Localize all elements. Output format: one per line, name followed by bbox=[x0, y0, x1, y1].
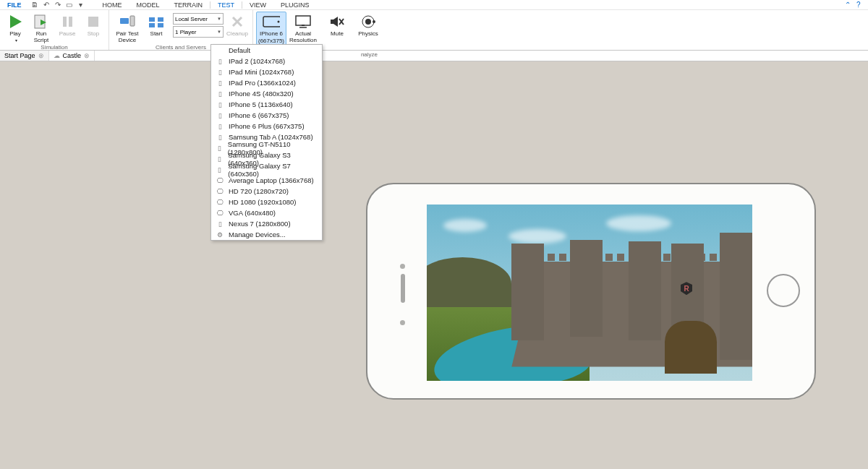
device-item-label: Samsung Galaxy S7 (640x360) bbox=[228, 162, 318, 178]
phone-speaker bbox=[401, 274, 405, 303]
file-menu[interactable]: FILE bbox=[1, 1, 27, 9]
device-item-samsung-s7[interactable]: ▯Samsung Galaxy S7 (640x360) bbox=[211, 164, 322, 175]
tab-terrain[interactable]: TERRAIN bbox=[167, 1, 210, 9]
server-combo-value: Local Server bbox=[175, 16, 208, 22]
device-item-ipad-pro[interactable]: ▯IPad Pro (1366x1024) bbox=[211, 77, 322, 88]
monitor-icon bbox=[294, 13, 312, 30]
tab-home[interactable]: HOME bbox=[95, 1, 129, 9]
svg-rect-7 bbox=[130, 16, 135, 26]
tablet-icon: ▯ bbox=[216, 58, 224, 65]
svg-point-22 bbox=[365, 19, 371, 25]
group-simulation-label: Simulation bbox=[3, 44, 106, 51]
device-item-iphone6plus[interactable]: ▯IPhone 6 Plus (667x375) bbox=[211, 121, 322, 132]
actual-resolution-label: Actual Resolution bbox=[289, 31, 317, 44]
device-item-label: IPad 2 (1024x768) bbox=[229, 57, 285, 65]
qat-select-icon[interactable]: ▭ bbox=[65, 1, 74, 9]
cleanup-label: Cleanup bbox=[226, 31, 248, 38]
players-combo[interactable]: 1 Player▼ bbox=[173, 26, 224, 38]
device-item-iphone6[interactable]: ▯IPhone 6 (667x375) bbox=[211, 110, 322, 121]
phone-icon: ▯ bbox=[216, 90, 224, 98]
device-item-manage[interactable]: ⚙Manage Devices... bbox=[211, 229, 322, 240]
close-tab-icon[interactable]: ⊗ bbox=[84, 52, 90, 59]
qat-new-icon[interactable]: 🗎 bbox=[30, 1, 39, 9]
device-item-iphone5[interactable]: ▯IPhone 5 (1136x640) bbox=[211, 99, 322, 110]
phone-icon: ▯ bbox=[216, 101, 224, 108]
pause-label: Pause bbox=[59, 31, 76, 38]
device-item-ipad2[interactable]: ▯IPad 2 (1024x768) bbox=[211, 56, 322, 66]
stop-button: Stop bbox=[81, 12, 106, 38]
device-item-nexus7[interactable]: ▯Nexus 7 (1280x800) bbox=[211, 218, 322, 229]
svg-point-15 bbox=[278, 21, 280, 23]
svg-rect-16 bbox=[296, 16, 310, 25]
doctab-castle[interactable]: ☁ Castle ⊗ bbox=[49, 51, 95, 61]
device-item-hd1080[interactable]: 🖵HD 1080 (1920x1080) bbox=[211, 197, 322, 207]
server-combo[interactable]: Local Server▼ bbox=[173, 13, 224, 25]
device-item-label: VGA (640x480) bbox=[229, 209, 276, 217]
scene-tower bbox=[511, 244, 544, 340]
ribbon: Play ▾ Run Script Pause Stop Simulation … bbox=[0, 10, 868, 51]
device-item-label: HD 1080 (1920x1080) bbox=[229, 198, 296, 206]
doctab-start-page[interactable]: Start Page ⊗ bbox=[0, 51, 49, 61]
stop-icon bbox=[85, 13, 102, 30]
play-button[interactable]: Play ▾ bbox=[3, 12, 27, 43]
mute-label: Mute bbox=[331, 31, 344, 38]
qat-undo-icon[interactable]: ↶ bbox=[42, 1, 51, 9]
device-item-default[interactable]: ▭Default bbox=[211, 45, 322, 56]
doctab-label: Castle bbox=[63, 52, 82, 59]
tab-test[interactable]: TEST bbox=[210, 1, 242, 9]
svg-rect-8 bbox=[149, 17, 155, 22]
svg-rect-10 bbox=[158, 17, 163, 22]
device-item-iphone4s[interactable]: ▯IPhone 4S (480x320) bbox=[211, 88, 322, 99]
mute-button[interactable]: Mute bbox=[325, 12, 349, 38]
run-script-label: Run Script bbox=[34, 31, 48, 44]
actual-resolution-button[interactable]: Actual Resolution ▾ bbox=[288, 12, 318, 49]
phone-sensor-dot bbox=[400, 320, 405, 325]
svg-marker-0 bbox=[10, 15, 22, 28]
start-button[interactable]: Start bbox=[144, 12, 169, 38]
device-item-label: IPhone 6 Plus (667x375) bbox=[229, 122, 305, 130]
pair-test-label: Pair Test Device bbox=[116, 31, 139, 44]
ribbon-tabs: HOME MODEL TERRAIN TEST VIEW PLUGINS bbox=[95, 1, 317, 9]
close-tab-icon[interactable]: ⊗ bbox=[38, 52, 44, 59]
phone-icon: ▯ bbox=[216, 123, 224, 130]
scene-tower bbox=[720, 233, 752, 360]
collapse-ribbon-icon[interactable]: ⌃ bbox=[845, 1, 854, 9]
help-icon[interactable]: ? bbox=[856, 1, 865, 9]
pair-test-device-button[interactable]: Pair Test Device bbox=[112, 12, 142, 44]
start-label: Start bbox=[150, 31, 163, 38]
device-item-label: IPhone 6 (667x375) bbox=[229, 111, 289, 119]
svg-rect-4 bbox=[69, 17, 72, 27]
qat-redo-icon[interactable]: ↷ bbox=[54, 1, 62, 9]
device-item-label: IPhone 5 (1136x640) bbox=[229, 100, 293, 108]
device-item-ipad-mini[interactable]: ▯IPad Mini (1024x768) bbox=[211, 66, 322, 77]
menubar: FILE 🗎 ↶ ↷ ▭ ▾ HOME MODEL TERRAIN TEST V… bbox=[0, 0, 868, 10]
physics-button[interactable]: Physics bbox=[356, 12, 380, 38]
tab-view[interactable]: VIEW bbox=[242, 1, 273, 9]
svg-rect-11 bbox=[158, 23, 163, 27]
server-player-combos: Local Server▼ 1 Player▼ bbox=[173, 12, 224, 38]
svg-rect-6 bbox=[120, 18, 129, 24]
pause-button: Pause bbox=[55, 12, 80, 38]
run-script-icon bbox=[33, 13, 50, 30]
tab-model[interactable]: MODEL bbox=[129, 1, 167, 9]
play-icon bbox=[7, 13, 24, 30]
device-item-hd720[interactable]: 🖵HD 720 (1280x720) bbox=[211, 186, 322, 197]
device-item-label: IPad Pro (1366x1024) bbox=[229, 79, 296, 87]
game-viewport[interactable]: R bbox=[427, 205, 752, 381]
qat-more-icon[interactable]: ▾ bbox=[77, 1, 85, 9]
group-simulation: Play ▾ Run Script Pause Stop Simulation bbox=[0, 10, 109, 50]
run-script-button[interactable]: Run Script bbox=[29, 12, 54, 44]
phone-camera-dot bbox=[400, 264, 405, 269]
tab-plugins[interactable]: PLUGINS bbox=[273, 1, 317, 9]
device-item-label: Nexus 7 (1280x800) bbox=[229, 220, 291, 228]
cloud-icon: ☁ bbox=[54, 52, 60, 59]
device-dropdown-menu: ▭Default ▯IPad 2 (1024x768) ▯IPad Mini (… bbox=[210, 44, 323, 241]
play-dropdown-icon[interactable]: ▾ bbox=[15, 38, 17, 43]
scene-gate bbox=[665, 321, 717, 374]
svg-rect-3 bbox=[63, 17, 67, 27]
scene-cloud bbox=[509, 229, 566, 244]
phone-icon: ▯ bbox=[216, 112, 224, 119]
device-selector-label-top: IPhone 6 bbox=[260, 31, 283, 38]
device-item-label: Default bbox=[229, 46, 250, 54]
device-item-vga[interactable]: 🖵VGA (640x480) bbox=[211, 207, 322, 218]
